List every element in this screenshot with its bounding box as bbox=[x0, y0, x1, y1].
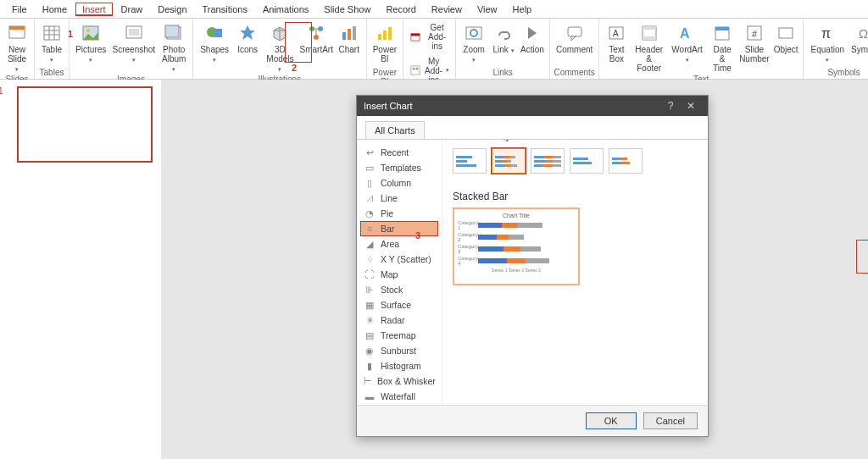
header-icon bbox=[638, 22, 660, 44]
new-slide-icon bbox=[6, 22, 28, 44]
ribbon-comment-button[interactable]: Comment bbox=[554, 20, 595, 56]
dropdown-arrow-icon: ▾ bbox=[132, 57, 136, 63]
preview-row: Category 4 bbox=[458, 256, 575, 266]
menu-transitions[interactable]: Transitions bbox=[196, 3, 254, 16]
category-icon: ≡ bbox=[364, 223, 376, 235]
category-icon: ⊢ bbox=[364, 375, 372, 387]
menu-draw[interactable]: Draw bbox=[114, 3, 150, 16]
ribbon-photo-album-button[interactable]: PhotoAlbum ▾ bbox=[159, 20, 189, 75]
dropdown-arrow-icon: ▾ bbox=[172, 66, 175, 72]
svg-rect-28 bbox=[388, 27, 392, 40]
category-icon: ▮ bbox=[364, 360, 376, 372]
menu-review[interactable]: Review bbox=[425, 3, 469, 16]
chart-category-surface[interactable]: ▦Surface bbox=[360, 297, 438, 312]
ribbon-zoom-button[interactable]: Zoom ▾ bbox=[459, 20, 488, 65]
svg-text:A: A bbox=[613, 29, 619, 38]
chart-category-histogram[interactable]: ▮Histogram bbox=[360, 358, 438, 373]
ribbon-equation-button[interactable]: πEquation ▾ bbox=[807, 20, 848, 65]
chart-category-sunburst[interactable]: ◉Sunburst bbox=[360, 343, 438, 358]
help-icon[interactable]: ? bbox=[660, 100, 681, 112]
ribbon-smartart-button[interactable]: SmartArt bbox=[299, 20, 334, 56]
ribbon-object-button[interactable]: Object bbox=[772, 20, 799, 56]
menu-file[interactable]: File bbox=[5, 3, 34, 16]
dialog-button-row: OK Cancel bbox=[357, 405, 708, 436]
chart-category-map[interactable]: ⛶Map bbox=[360, 267, 438, 282]
ribbon-chart-button[interactable]: Chart bbox=[336, 20, 363, 56]
chart-category-waterfall[interactable]: ▬Waterfall bbox=[360, 389, 438, 404]
ribbon-symbol-button: ΩSymbol bbox=[849, 20, 868, 56]
ribbon-shapes-button[interactable]: Shapes ▾ bbox=[197, 20, 232, 65]
chart-category-bar[interactable]: ≡Bar bbox=[360, 221, 438, 236]
chart-category-stock[interactable]: ⊪Stock bbox=[360, 282, 438, 297]
ribbon-screenshot-button[interactable]: Screenshot ▾ bbox=[110, 20, 157, 65]
subtype-3d-stacked-bar[interactable] bbox=[609, 148, 643, 174]
tab-all-charts[interactable]: All Charts bbox=[365, 121, 425, 139]
svg-rect-27 bbox=[383, 30, 387, 40]
subtype-title: Stacked Bar bbox=[453, 191, 698, 202]
comment-icon bbox=[564, 22, 586, 44]
subtype-clustered-bar[interactable] bbox=[453, 148, 487, 174]
3d-icon bbox=[269, 22, 291, 44]
menu-record[interactable]: Record bbox=[379, 3, 422, 16]
subtype-3d-clustered-bar[interactable] bbox=[570, 148, 604, 174]
ribbon-date-time-button[interactable]: Date &Time bbox=[708, 20, 737, 75]
ok-button[interactable]: OK bbox=[586, 412, 637, 429]
ribbon-slide-number-button[interactable]: #SlideNumber bbox=[738, 20, 771, 65]
category-icon: ▬ bbox=[364, 390, 376, 402]
insert-chart-dialog: Insert Chart ? ✕ All Charts ↩Recent▭Temp… bbox=[356, 95, 709, 437]
object-icon bbox=[775, 22, 797, 44]
menu-animations[interactable]: Animations bbox=[256, 3, 315, 16]
ribbon-icons-button[interactable]: Icons bbox=[234, 20, 261, 56]
chart-category-area[interactable]: ◢Area bbox=[360, 236, 438, 252]
ribbon-group-label: Comments bbox=[554, 68, 594, 78]
cancel-button[interactable]: Cancel bbox=[643, 412, 698, 429]
chart-preview[interactable]: Chart Title Category 1Category 2Category… bbox=[453, 207, 580, 285]
ribbon-group-label: Power BI bbox=[370, 68, 399, 78]
chart-category-line[interactable]: ⩘Line bbox=[360, 191, 438, 206]
chart-category-box-whisker[interactable]: ⊢Box & Whisker bbox=[360, 373, 438, 389]
ribbon-group-comments: CommentComments bbox=[550, 19, 599, 79]
chart-category-recent[interactable]: ↩Recent bbox=[360, 145, 438, 160]
ribbon-wordart-button[interactable]: AWordArt ▾ bbox=[668, 20, 706, 65]
ribbon-group-label: Links bbox=[492, 68, 512, 78]
screenshot-icon bbox=[123, 22, 145, 44]
chart-category-pie[interactable]: ◔Pie bbox=[360, 206, 438, 221]
chart-category-templates[interactable]: ▭Templates bbox=[360, 160, 438, 175]
close-icon[interactable]: ✕ bbox=[681, 100, 701, 112]
ribbon-table-button[interactable]: Table ▾ bbox=[38, 20, 65, 65]
chart-category-treemap[interactable]: ▤Treemap bbox=[360, 328, 438, 343]
slidenum-icon: # bbox=[743, 22, 765, 44]
svg-rect-37 bbox=[568, 27, 581, 36]
menu-view[interactable]: View bbox=[470, 3, 504, 16]
menu-design[interactable]: Design bbox=[151, 3, 193, 16]
menu-home[interactable]: Home bbox=[36, 3, 74, 16]
svg-rect-33 bbox=[416, 68, 419, 70]
dropdown-arrow-icon: ▾ bbox=[686, 57, 689, 63]
ribbon-power-bi-button[interactable]: PowerBI bbox=[370, 20, 399, 65]
svg-rect-24 bbox=[348, 29, 351, 40]
ribbon-group-symbols: πEquation ▾ΩSymbolSymbols bbox=[804, 19, 868, 79]
ribbon-group-label: Symbols bbox=[827, 68, 860, 78]
ribbon-group-illustrations: Shapes ▾Icons3DModels ▾SmartArtChartIllu… bbox=[193, 19, 367, 79]
chart-category-column[interactable]: ▯Column bbox=[360, 175, 438, 191]
ribbon-text-box-button[interactable]: ATextBox bbox=[603, 20, 630, 65]
preview-title: Chart Title bbox=[458, 213, 575, 218]
ribbon-get-add-ins-button[interactable]: Get Add-ins bbox=[407, 20, 452, 53]
svg-rect-49 bbox=[779, 28, 793, 38]
dialog-titlebar: Insert Chart ? ✕ bbox=[357, 96, 708, 116]
subtype-stacked-bar[interactable] bbox=[492, 148, 526, 174]
ribbon-pictures-button[interactable]: Pictures ▾ bbox=[73, 20, 108, 65]
menu-insert[interactable]: Insert bbox=[75, 3, 113, 16]
chart-category-list: ↩Recent▭Templates▯Column⩘Line◔Pie≡Bar◢Ar… bbox=[357, 140, 442, 405]
action-icon bbox=[521, 22, 543, 44]
chart-category-x-y-scatter-[interactable]: ⁘X Y (Scatter) bbox=[360, 252, 438, 267]
chart-category-radar[interactable]: ✳Radar bbox=[360, 312, 438, 328]
slide-thumbnail-1[interactable] bbox=[17, 86, 153, 163]
callout-2: 2 bbox=[292, 63, 297, 73]
menu-help[interactable]: Help bbox=[506, 3, 539, 16]
menu-slide-show[interactable]: Slide Show bbox=[317, 3, 377, 16]
ribbon-header-footer-button[interactable]: Header& Footer bbox=[632, 20, 666, 75]
ribbon-new-slide-button[interactable]: NewSlide ▾ bbox=[3, 20, 31, 75]
subtype-100-stacked-bar[interactable] bbox=[531, 148, 565, 174]
callout-3: 3 bbox=[415, 230, 420, 241]
